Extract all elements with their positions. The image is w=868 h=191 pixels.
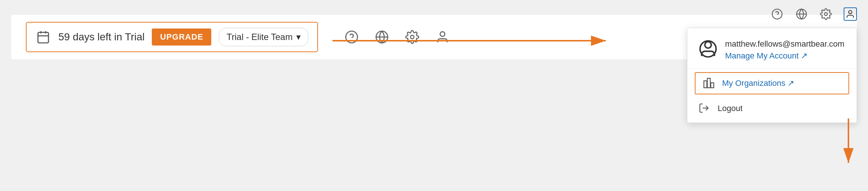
- organizations-icon: [703, 77, 715, 89]
- top-right-globe-icon[interactable]: [795, 7, 808, 21]
- dropdown-user-row: matthew.fellows@smartbear.com Manage My …: [687, 36, 857, 68]
- my-organizations-item[interactable]: My Organizations ↗: [695, 72, 849, 94]
- svg-rect-19: [707, 78, 710, 88]
- team-dropdown[interactable]: Trial - Elite Team ▾: [219, 28, 308, 46]
- second-arrow: [839, 118, 858, 170]
- upgrade-button[interactable]: UPGRADE: [152, 29, 211, 46]
- dropdown-avatar-icon: [698, 39, 718, 58]
- svg-point-14: [824, 13, 827, 16]
- trial-info-box: 59 days left in Trial UPGRADE Trial - El…: [26, 22, 318, 52]
- top-right-user-icon[interactable]: [844, 7, 857, 21]
- logout-item[interactable]: Logout: [687, 98, 857, 119]
- svg-rect-0: [38, 32, 49, 43]
- user-info: matthew.fellows@smartbear.com Manage My …: [725, 39, 844, 61]
- globe-icon[interactable]: [374, 29, 390, 45]
- help-icon[interactable]: [344, 29, 359, 45]
- top-right-icons: [770, 7, 857, 21]
- svg-point-15: [849, 10, 852, 14]
- top-right-settings-icon[interactable]: [819, 7, 833, 21]
- top-right-help-icon[interactable]: [770, 7, 784, 21]
- calendar-icon: [35, 29, 51, 45]
- toolbar-icons: [344, 29, 450, 45]
- trial-days-text: 59 days left in Trial: [58, 31, 144, 43]
- settings-icon[interactable]: [404, 29, 420, 45]
- svg-point-10: [772, 9, 782, 19]
- chevron-down-icon: ▾: [296, 32, 301, 42]
- logout-icon: [698, 103, 710, 114]
- user-dropdown-menu: matthew.fellows@smartbear.com Manage My …: [687, 28, 857, 123]
- svg-point-8: [410, 35, 414, 39]
- svg-point-16: [700, 41, 716, 57]
- my-organizations-label: My Organizations ↗: [722, 78, 794, 88]
- svg-point-4: [346, 31, 358, 43]
- logout-label: Logout: [718, 104, 742, 113]
- svg-rect-18: [704, 81, 707, 88]
- user-email: matthew.fellows@smartbear.com: [725, 39, 844, 49]
- team-dropdown-label: Trial - Elite Team: [226, 32, 293, 42]
- svg-point-17: [705, 42, 711, 48]
- manage-account-link[interactable]: Manage My Account ↗: [725, 51, 844, 61]
- svg-point-9: [440, 32, 445, 37]
- svg-rect-20: [711, 83, 714, 88]
- user-icon[interactable]: [435, 29, 450, 45]
